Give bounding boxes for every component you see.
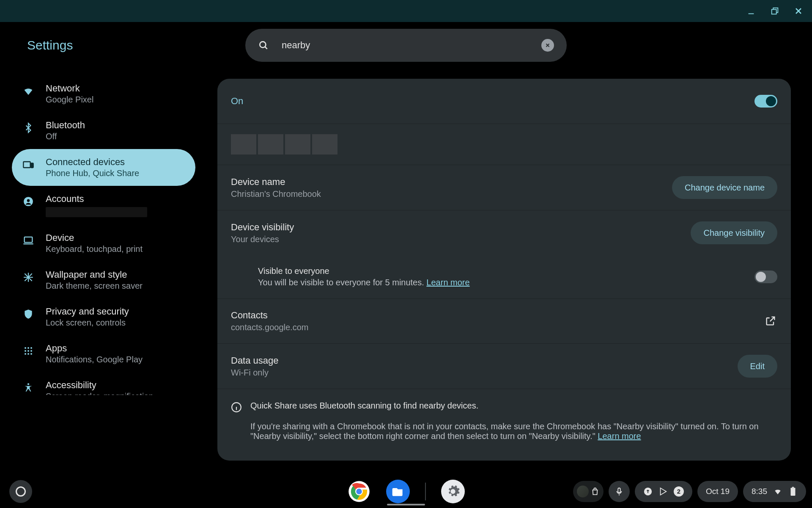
svg-point-16 [30, 353, 32, 355]
notification-count-badge: 2 [674, 486, 684, 497]
account-icon [22, 195, 35, 208]
info-head: Quick Share uses Bluetooth scanning to f… [250, 401, 777, 411]
bluetooth-icon [22, 121, 35, 134]
svg-point-2 [260, 41, 266, 47]
svg-rect-1 [772, 9, 776, 14]
redacted-row [217, 124, 791, 165]
shelf-handle[interactable] [387, 504, 425, 505]
search-input[interactable] [282, 40, 529, 51]
launcher-icon [16, 486, 26, 497]
visible-to-everyone-row: Visible to everyone You will be visible … [217, 255, 791, 299]
tote-tray-button[interactable] [573, 481, 604, 502]
svg-point-11 [25, 350, 26, 352]
chrome-app-icon[interactable] [347, 480, 371, 503]
sidebar-item-accessibility[interactable]: Accessibility Screen reader, magnificati… [12, 372, 195, 395]
app-body: Settings Network Google Pixel Bluetooth … [0, 22, 812, 475]
wifi-icon [22, 85, 35, 97]
notifications-tray[interactable]: 2 [635, 481, 692, 502]
battery-status-icon [788, 487, 798, 496]
sidebar-item-device[interactable]: Device Keyboard, touchpad, print [12, 225, 195, 262]
edit-data-usage-button[interactable]: Edit [738, 355, 777, 378]
on-label: On [231, 96, 243, 107]
search-bar[interactable] [245, 29, 567, 62]
sidebar-item-privacy[interactable]: Privacy and security Lock screen, contro… [12, 298, 195, 335]
date-text: Oct 19 [706, 487, 730, 496]
info-row: Quick Share uses Bluetooth scanning to f… [217, 389, 791, 451]
wifi-status-icon [773, 487, 782, 496]
nav-list: Network Google Pixel Bluetooth Off C [12, 75, 195, 395]
sidebar-item-network[interactable]: Network Google Pixel [12, 75, 195, 112]
nav-sublabel: Lock screen, controls [46, 318, 129, 328]
mic-tray-button[interactable] [609, 481, 630, 502]
sidebar-item-bluetooth[interactable]: Bluetooth Off [12, 112, 195, 149]
svg-point-15 [27, 353, 29, 355]
nav-sublabel: Off [46, 132, 85, 141]
svg-point-9 [27, 347, 29, 349]
visible-everyone-desc: You will be visible to everyone for 5 mi… [258, 278, 470, 287]
quick-share-toggle-row: On [217, 79, 791, 124]
sidebar-item-apps[interactable]: Apps Notifications, Google Play [12, 335, 195, 372]
time-text: 8:35 [752, 487, 767, 496]
svg-point-8 [25, 347, 26, 349]
nav-sublabel: Dark theme, screen saver [46, 281, 143, 291]
apps-icon [22, 345, 35, 357]
sidebar-item-accounts[interactable]: Accounts [12, 186, 195, 225]
shelf-divider [425, 483, 426, 500]
status-tray[interactable]: 8:35 [743, 481, 806, 502]
device-name-row: Device name Christian's Chromebook Chang… [217, 165, 791, 210]
visible-everyone-toggle[interactable] [754, 271, 777, 283]
learn-more-link[interactable]: Learn more [598, 431, 641, 441]
nav-label: Connected devices [46, 157, 139, 168]
nav-label: Bluetooth [46, 120, 85, 131]
nav-sublabel: Notifications, Google Play [46, 355, 143, 364]
device-name-label: Device name [231, 177, 321, 188]
minimize-button[interactable] [745, 5, 757, 17]
quick-share-toggle[interactable] [754, 95, 777, 108]
launcher-button[interactable] [9, 480, 32, 503]
search-clear-button[interactable] [541, 39, 554, 52]
nav-label: Accessibility [46, 380, 154, 391]
settings-app-icon[interactable] [441, 480, 465, 503]
sidebar: Settings Network Google Pixel Bluetooth … [0, 22, 207, 475]
nav-label: Wallpaper and style [46, 269, 143, 280]
change-device-name-button[interactable]: Change device name [672, 176, 777, 199]
svg-rect-4 [31, 163, 33, 168]
palette-icon [22, 271, 35, 284]
close-button[interactable] [793, 5, 804, 17]
sidebar-item-connected-devices[interactable]: Connected devices Phone Hub, Quick Share [12, 149, 195, 186]
device-visibility-label: Device visibility [231, 222, 294, 233]
svg-point-12 [27, 350, 29, 352]
device-visibility-row: Device visibility Your devices Change vi… [217, 210, 791, 255]
window-titlebar [0, 0, 812, 22]
svg-rect-22 [618, 488, 620, 492]
nav-sublabel: Keyboard, touchpad, print [46, 244, 143, 254]
sidebar-item-wallpaper[interactable]: Wallpaper and style Dark theme, screen s… [12, 262, 195, 298]
redacted-email [46, 207, 147, 217]
nav-label: Network [46, 83, 93, 94]
data-usage-label: Data usage [231, 355, 279, 366]
svg-rect-7 [25, 237, 33, 243]
files-app-icon[interactable] [386, 480, 410, 503]
system-tray: 2 Oct 19 8:35 [573, 481, 806, 502]
settings-card: On Device name Christian's Chromebook Ch… [217, 79, 791, 461]
data-usage-value: Wi-Fi only [231, 368, 279, 378]
external-link-icon[interactable] [765, 315, 777, 328]
svg-point-17 [27, 383, 29, 385]
date-tray[interactable]: Oct 19 [697, 481, 738, 502]
avatar-icon [577, 486, 589, 497]
device-visibility-value: Your devices [231, 235, 294, 244]
devices-icon [22, 158, 35, 171]
learn-more-link[interactable]: Learn more [426, 278, 469, 287]
contacts-row[interactable]: Contacts contacts.google.com [217, 299, 791, 344]
change-visibility-button[interactable]: Change visibility [691, 221, 777, 244]
nav-label: Accounts [46, 193, 147, 204]
nav-label: Privacy and security [46, 306, 129, 317]
contacts-value: contacts.google.com [231, 323, 308, 332]
nav-label: Apps [46, 343, 143, 354]
maximize-button[interactable] [769, 5, 781, 17]
svg-point-13 [30, 350, 32, 352]
svg-rect-24 [791, 488, 796, 496]
contacts-label: Contacts [231, 310, 308, 321]
svg-point-6 [27, 199, 30, 202]
nav-label: Device [46, 232, 143, 243]
